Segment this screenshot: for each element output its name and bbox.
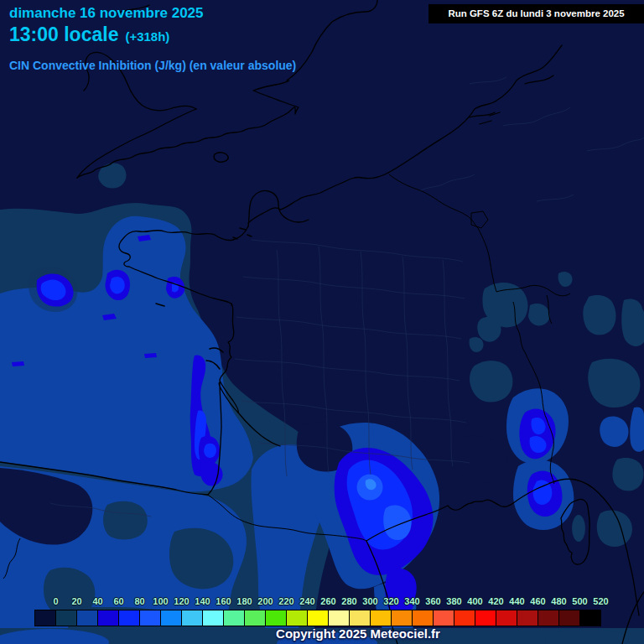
legend-tick-label: 340 — [404, 595, 419, 607]
legend-tick-label: 260 — [320, 595, 335, 607]
legend-cell — [475, 610, 496, 626]
legend-cell — [98, 610, 118, 626]
legend-tick-label: 380 — [446, 595, 461, 607]
legend-cell — [119, 610, 139, 626]
weather-map-page: dimanche 16 novembre 2025 13:00 locale(+… — [0, 0, 644, 644]
legend-cell — [580, 610, 600, 626]
forecast-time: 13:00 locale(+318h) — [9, 23, 169, 46]
legend-tick-label: 460 — [530, 595, 545, 607]
forecast-hour-offset: (+318h) — [125, 29, 169, 44]
legend-tick-label: 440 — [509, 595, 524, 607]
legend-tick-label: 280 — [341, 595, 356, 607]
copyright-text: Copyright 2025 Meteociel.fr — [276, 626, 440, 641]
legend-tick-label: 420 — [488, 595, 503, 607]
legend-cell — [350, 610, 370, 626]
legend-tick-label: 220 — [278, 595, 293, 607]
legend-cell — [308, 610, 328, 626]
forecast-date: dimanche 16 novembre 2025 — [9, 5, 204, 22]
model-run-info: Run GFS 6Z du lundi 3 novembre 2025 — [428, 4, 644, 23]
legend-tick-label: 140 — [195, 595, 210, 607]
legend-tick-label: 520 — [593, 595, 608, 607]
legend-cell — [140, 610, 160, 626]
legend-tick-label: 120 — [174, 595, 189, 607]
legend-tick-label: 80 — [134, 595, 144, 607]
legend-tick-label: 500 — [572, 595, 587, 607]
legend-cell — [245, 610, 265, 626]
legend-cell — [434, 610, 454, 626]
legend-cell — [538, 610, 558, 626]
legend-bar — [34, 610, 601, 626]
legend-cell — [224, 610, 244, 626]
legend-cell — [559, 610, 579, 626]
legend-tick-label: 300 — [362, 595, 377, 607]
legend-cell — [77, 610, 97, 626]
color-scale-legend: 0204060801001201401601802002202402602803… — [34, 595, 601, 627]
legend-tick-label: 360 — [425, 595, 440, 607]
legend-tick-label: 200 — [257, 595, 273, 607]
legend-tick-label: 100 — [153, 595, 168, 607]
legend-tick-label: 320 — [383, 595, 398, 607]
legend-tick-label: 160 — [216, 595, 231, 607]
legend-cell — [182, 610, 202, 626]
legend-tick-label: 400 — [467, 595, 482, 607]
legend-cell — [329, 610, 349, 626]
legend-tick-label: 240 — [299, 595, 314, 607]
legend-tick-label: 0 — [53, 595, 58, 607]
legend-cell — [517, 610, 538, 626]
legend-tick-label: 60 — [113, 595, 123, 607]
legend-cell — [496, 610, 517, 626]
legend-tick-label: 480 — [551, 595, 566, 607]
legend-tick-label: 180 — [236, 595, 252, 607]
legend-cell — [413, 610, 433, 626]
legend-cell — [454, 610, 475, 626]
legend-cell — [371, 610, 391, 626]
legend-cell — [266, 610, 286, 626]
legend-cell — [56, 610, 76, 626]
forecast-local-time: 13:00 locale — [9, 23, 118, 45]
legend-cell — [203, 610, 223, 626]
legend-ticks: 0204060801001201401601802002202402602803… — [34, 595, 601, 608]
parameter-title: CIN Convective Inhibition (J/kg) (en val… — [9, 59, 296, 72]
legend-cell — [392, 610, 412, 626]
legend-tick-label: 40 — [92, 595, 102, 607]
legend-tick-label: 20 — [71, 595, 81, 607]
legend-cell — [287, 610, 307, 626]
legend-cell — [35, 610, 55, 626]
cin-weather-map — [0, 0, 644, 644]
legend-cell — [161, 610, 181, 626]
